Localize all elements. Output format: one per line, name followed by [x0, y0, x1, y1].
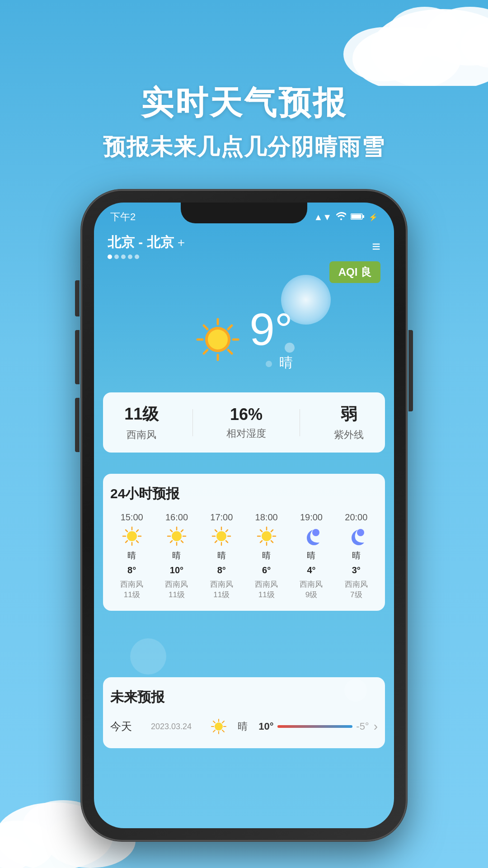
hour-time: 19:00	[300, 512, 323, 523]
svg-line-21	[228, 350, 232, 354]
moon-icon-small	[301, 526, 321, 546]
location-dots	[108, 255, 185, 259]
wind-value: 11级	[124, 403, 159, 425]
hour-temp: 8°	[127, 565, 136, 576]
dot-4	[128, 255, 132, 259]
svg-line-29	[126, 530, 127, 532]
hour-item-1900: 19:00 晴 4° 西南风9级	[290, 512, 333, 600]
svg-line-68	[222, 730, 224, 732]
power-button	[408, 330, 413, 411]
hero-title-sub: 预报未来几点几分阴晴雨雪	[0, 132, 488, 162]
location-row[interactable]: 北京 - 北京 +	[108, 233, 185, 252]
future-row-today: 今天 2023.03.24 晴 10	[110, 716, 378, 737]
svg-point-60	[312, 529, 319, 536]
svg-point-15	[208, 330, 228, 349]
hour-desc: 晴	[127, 550, 136, 561]
volume-mute-button	[75, 280, 80, 316]
phone-mockup: 下午2 ▲▼	[81, 190, 407, 841]
svg-point-42	[216, 531, 226, 541]
future-desc: 晴	[231, 720, 254, 733]
dot-3	[121, 255, 126, 259]
hour-time: 18:00	[255, 512, 278, 523]
svg-line-67	[213, 721, 215, 723]
hour-temp: 8°	[217, 565, 226, 576]
svg-line-49	[226, 530, 228, 532]
moon-icon-small	[346, 526, 366, 546]
future-sun-icon	[211, 718, 227, 735]
aqi-badge: AQI 良	[329, 261, 380, 283]
sun-icon-small	[167, 526, 187, 546]
svg-line-31	[136, 530, 138, 532]
svg-point-61	[357, 529, 364, 536]
svg-line-47	[215, 530, 217, 532]
sun-icon-small	[122, 526, 142, 546]
hour-wind: 西南风9级	[300, 579, 323, 600]
wind-label: 西南风	[127, 428, 156, 442]
temp-bar	[277, 725, 353, 728]
location-text: 北京 - 北京	[108, 233, 174, 252]
add-location-button[interactable]: +	[178, 236, 185, 250]
hour-desc: 晴	[352, 550, 361, 561]
svg-point-5	[389, 7, 461, 57]
svg-line-59	[260, 541, 262, 542]
future-day: 今天	[110, 719, 146, 734]
hour-temp: 6°	[262, 565, 271, 576]
svg-line-22	[228, 326, 232, 329]
hour-desc: 晴	[172, 550, 181, 561]
svg-line-32	[126, 541, 127, 542]
hour-time: 15:00	[121, 512, 143, 523]
svg-point-51	[262, 531, 272, 541]
forecast-24h-section: 24小时预报 15:00	[103, 474, 385, 611]
status-icons: ▲▼ ⚡	[314, 208, 378, 222]
hour-desc: 晴	[217, 550, 226, 561]
svg-line-57	[271, 541, 273, 542]
status-time: 下午2	[110, 207, 136, 224]
svg-line-58	[271, 530, 273, 532]
chevron-right-icon: ›	[374, 719, 378, 734]
svg-point-62	[215, 722, 223, 731]
stat-divider-1	[192, 409, 193, 436]
phone-outer-frame: 下午2 ▲▼	[81, 190, 407, 841]
hour-item-2000: 20:00 晴 3° 西南风7级	[335, 512, 378, 600]
hour-item-1500: 15:00 晴 8°	[110, 512, 153, 600]
volume-down-button	[75, 398, 80, 452]
hour-item-1600: 16:00 晴 10°	[155, 512, 198, 600]
signal-icon: ▲▼	[314, 212, 332, 222]
sun-icon-small	[257, 526, 277, 546]
menu-button[interactable]: ≡	[372, 239, 380, 254]
hour-temp: 4°	[307, 565, 315, 576]
svg-line-48	[226, 541, 228, 542]
hour-time: 17:00	[210, 512, 233, 523]
svg-rect-13	[362, 215, 364, 218]
hour-wind: 西南风11级	[120, 579, 143, 600]
phone-screen: 下午2 ▲▼	[94, 203, 394, 828]
cloud-top-right-decoration	[316, 0, 488, 86]
svg-line-56	[260, 530, 262, 532]
future-date: 2023.03.24	[151, 722, 206, 731]
temp-high: 10°	[258, 721, 273, 732]
hour-temp: 3°	[352, 565, 361, 576]
hero-title-section: 实时天气预报 预报未来几点几分阴晴雨雪	[0, 81, 488, 162]
svg-line-39	[181, 541, 183, 542]
svg-line-40	[181, 530, 183, 532]
hour-wind: 西南风11级	[165, 579, 188, 600]
wind-stat: 11级 西南风	[124, 403, 159, 442]
dot-1	[108, 255, 112, 259]
humidity-label: 相对湿度	[226, 427, 266, 440]
hero-title-main: 实时天气预报	[0, 81, 488, 125]
stat-divider-2	[300, 409, 300, 436]
temperature-value: 9°	[249, 307, 293, 352]
hour-desc: 晴	[262, 550, 271, 561]
sun-icon	[195, 317, 240, 362]
svg-line-50	[215, 541, 217, 542]
humidity-stat: 16% 相对湿度	[226, 405, 266, 440]
hourly-forecast-row: 15:00 晴 8°	[110, 512, 378, 600]
forecast-future-section: 未来预报 今天 2023.03.24 晴	[103, 677, 385, 748]
temp-bar-wrapper: 10° -5°	[258, 721, 369, 732]
dot-5	[135, 255, 139, 259]
svg-line-38	[170, 530, 172, 532]
svg-line-23	[204, 350, 207, 354]
sun-icon-small	[211, 526, 231, 546]
wifi-icon	[336, 212, 346, 222]
hour-time: 16:00	[165, 512, 188, 523]
